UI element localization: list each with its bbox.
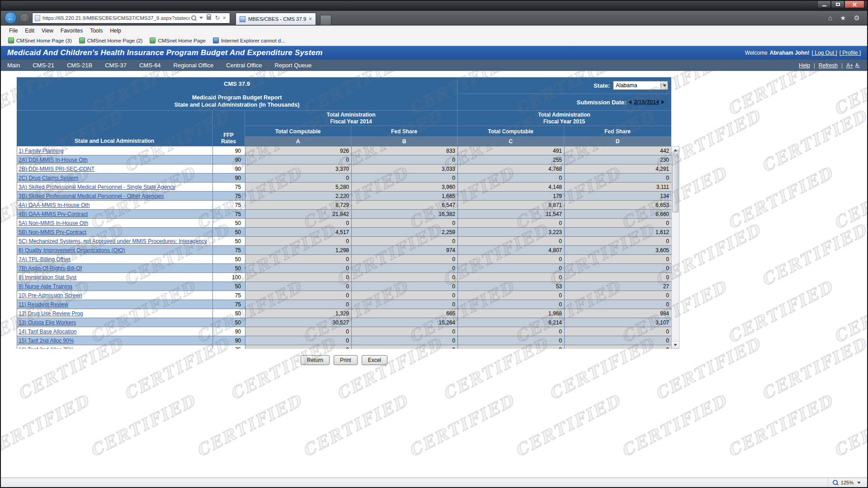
fy2015-total-computable-cell: 0 xyxy=(458,219,565,228)
menu-item[interactable]: Tools xyxy=(86,27,106,35)
font-increase-link[interactable]: A+ xyxy=(846,62,853,69)
report-actions: ReturnPrintExcel xyxy=(17,355,671,365)
fy2015-total-computable-cell: 0 xyxy=(458,237,565,246)
tab-close-icon[interactable]: × xyxy=(309,16,312,22)
row-label-link[interactable]: 12) Drug Use Review Prog xyxy=(19,310,83,317)
nav-item[interactable]: CMS-21B xyxy=(61,60,99,71)
fy2014-fed-share-cell: 665 xyxy=(352,309,458,318)
ffp-rate-cell: 100 xyxy=(213,273,245,282)
nav-item[interactable]: Central Office xyxy=(220,60,268,71)
submission-date-value[interactable]: 2/15/2014 xyxy=(634,99,659,105)
row-label-link[interactable]: 4B) OAA-MMIS Prv-Contract xyxy=(19,211,88,217)
address-bar[interactable]: https://65.220.21.9/MBESCBES/CMS37/CMS37… xyxy=(32,13,230,23)
fy2015-fed-share-cell: 0 xyxy=(565,345,671,349)
favorites-star-icon[interactable]: ★ xyxy=(840,14,846,22)
row-label-link[interactable]: 5C) Mechanized Systems, not Approved und… xyxy=(19,238,207,244)
print-button[interactable]: Print xyxy=(334,355,358,365)
row-label-link[interactable]: 3A) Skilled Professional Medical Personn… xyxy=(19,184,175,190)
return-button[interactable]: Return xyxy=(301,355,330,365)
font-decrease-link[interactable]: A- xyxy=(855,63,860,68)
table-row: 4B) OAA-MMIS Prv-Contract 75 21,842 16,3… xyxy=(17,210,671,219)
next-date-arrow[interactable] xyxy=(661,100,665,104)
zoom-control[interactable]: 125% xyxy=(828,478,867,487)
row-label-link[interactable]: 1) Family Planning xyxy=(19,148,63,154)
row-label-link[interactable]: 13) Outsta Elig Workers xyxy=(19,319,76,326)
row-label-link[interactable]: 4A) OAA-MMIS In-House Oth xyxy=(19,202,90,208)
logout-link[interactable]: [ Log Out ] xyxy=(812,50,837,56)
favorites-bar-item[interactable]: Internet Explorer cannot d... xyxy=(209,37,289,44)
excel-button[interactable]: Excel xyxy=(362,355,387,365)
row-label-link[interactable]: 5A) Non-MMIS In-House Oth xyxy=(19,220,88,226)
profile-link[interactable]: [ Profile ] xyxy=(840,50,861,56)
help-link[interactable]: Help xyxy=(799,62,819,69)
nav-item[interactable]: CMS-37 xyxy=(99,60,133,71)
refresh-link[interactable]: Refresh xyxy=(819,62,846,69)
menu-item[interactable]: Help xyxy=(106,27,125,35)
scrollbar-thumb[interactable] xyxy=(672,155,679,212)
row-label-link[interactable]: 8) Immigration Stat Syst xyxy=(19,274,76,281)
new-tab-button[interactable] xyxy=(320,15,331,25)
row-label-link[interactable]: 2A) DDI-MMIS In-House Oth xyxy=(19,157,88,163)
dropdown-caret-icon[interactable] xyxy=(660,81,668,89)
favorites-bar-item[interactable]: CMSnet Home Page xyxy=(146,37,209,44)
menu-item[interactable]: Favorites xyxy=(57,27,86,35)
window-minimize-button[interactable] xyxy=(817,1,831,8)
menu-item[interactable]: Edit xyxy=(21,27,38,35)
window-close-button[interactable] xyxy=(844,1,864,8)
certified-watermark: CERTIFIED xyxy=(405,391,517,460)
row-label-link[interactable]: 7B) Asgn-Of-Rights-Bill-Of xyxy=(19,265,82,272)
row-label-link[interactable]: 15) Tanf 2nd Alloc 90% xyxy=(19,338,74,344)
row-label-link[interactable]: 10) Pre-Admission Screen xyxy=(19,292,82,299)
row-label-link[interactable]: 14) Tanf Base Allocation xyxy=(19,328,77,335)
row-label-link[interactable]: 2B) DDI-MMIS PRI-SEC-CONT xyxy=(19,166,94,172)
certified-watermark: CERTIFIED xyxy=(830,391,867,460)
zoom-caret-icon[interactable] xyxy=(857,482,861,484)
refresh-icon[interactable]: ↻ xyxy=(215,15,220,21)
nav-items: MainCMS-21CMS-21BCMS-37CMS-64Regional Of… xyxy=(1,60,318,71)
row-label-link[interactable]: 16) Tanf 2nd Alloc 75% xyxy=(19,347,74,349)
favorites-bar-item[interactable]: CMSnet Home Page (2) xyxy=(75,37,146,44)
app-title: Medicaid And Children's Health Insurance… xyxy=(7,48,323,57)
window-maximize-button[interactable] xyxy=(831,1,844,8)
fy2014-total-computable-cell: 1,298 xyxy=(245,246,352,255)
nav-item[interactable]: Regional Office xyxy=(167,60,220,71)
fy2015-fed-share-cell: 4,291 xyxy=(565,164,671,174)
row-label-link[interactable]: 2C) Drug Claims System xyxy=(19,175,78,181)
fy2015-total-computable-cell: 6,214 xyxy=(458,318,565,327)
row-label-link[interactable]: 9) Nurse Aide Training xyxy=(19,283,72,290)
menu-item[interactable]: File xyxy=(5,27,21,35)
back-button[interactable]: ← xyxy=(5,12,17,24)
table-scrollbar[interactable] xyxy=(671,146,679,349)
row-label-link[interactable]: 3B) Skilled Professional Medical Personn… xyxy=(19,193,164,199)
nav-item[interactable]: Main xyxy=(1,60,26,71)
home-icon[interactable]: ⌂ xyxy=(828,14,832,22)
menu-item[interactable]: View xyxy=(38,27,57,35)
scroll-down-button[interactable] xyxy=(672,341,679,348)
table-row: 5C) Mechanized Systems, not Approved und… xyxy=(17,237,671,246)
stop-icon[interactable]: × xyxy=(222,15,226,21)
tools-gear-icon[interactable]: ⚙ xyxy=(854,14,860,22)
scrollbar-track[interactable] xyxy=(672,154,679,341)
zoom-level: 125% xyxy=(841,480,854,485)
ffp-rate-cell: 90 xyxy=(213,174,245,183)
previous-date-arrow[interactable] xyxy=(628,100,632,104)
browser-tab[interactable]: MBES/CBES - CMS 37.9 × xyxy=(236,13,316,25)
row-label-cell: 5B) Non-MMIS Prv-Contract xyxy=(17,228,213,237)
row-label-link[interactable]: 7A) TPL-Billing Offset xyxy=(19,256,71,263)
address-dropdown-caret-icon[interactable] xyxy=(199,17,203,19)
nav-item[interactable]: CMS-64 xyxy=(133,60,167,71)
nav-item[interactable]: Report Queue xyxy=(269,60,318,71)
forward-button[interactable]: → xyxy=(19,13,29,23)
url-text[interactable]: https://65.220.21.9/MBESCBES/CMS37/CMS37… xyxy=(42,15,190,21)
scroll-up-button[interactable] xyxy=(672,147,679,154)
row-label-link[interactable]: 5B) Non-MMIS Prv-Contract xyxy=(19,229,86,235)
row-label-link[interactable]: 11) Resident Review xyxy=(19,301,68,308)
nav-item[interactable]: CMS-21 xyxy=(26,60,61,71)
table-row: 14) Tanf Base Allocation 90 0 0 0 0 xyxy=(17,327,671,336)
fy2015-fed-share-cell: 442 xyxy=(565,146,671,155)
row-label-link[interactable]: 6) Quality Improvement Organizations (QI… xyxy=(19,247,125,253)
favorites-bar-item[interactable]: CMSnet Home Page (3) xyxy=(5,37,75,44)
search-icon[interactable] xyxy=(191,15,196,20)
state-select[interactable]: Alabama xyxy=(613,81,668,90)
certified-watermark: CERTIFIED xyxy=(758,106,867,176)
